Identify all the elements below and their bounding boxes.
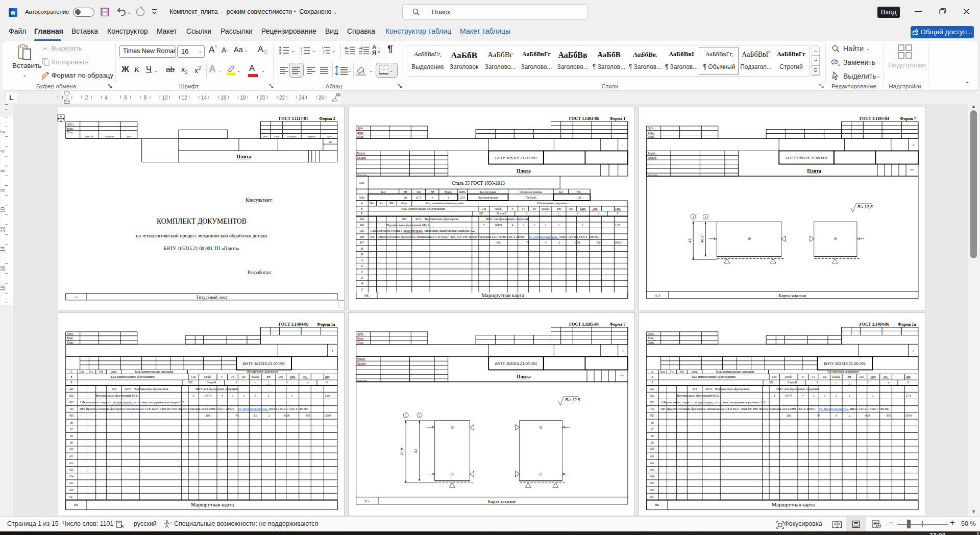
svg-text:1.Фрезеровать торцы с: 1.Фрезеровать торцы с (80, 400, 112, 404)
svg-text:Лист: Лист (274, 135, 279, 138)
svg-text:2: 2 (558, 241, 560, 244)
svg-text:109,9: 109,9 (905, 414, 912, 417)
svg-text:А01: А01 (69, 387, 74, 391)
svg-text:2: 2 (913, 143, 914, 147)
svg-text:1: 1 (448, 196, 449, 199)
svg-text:4: 4 (222, 394, 223, 397)
svg-text:БНТУ 105315.21.00.001: БНТУ 105315.21.00.001 (495, 361, 537, 366)
svg-text:1,16: 1,16 (325, 394, 330, 397)
svg-text:1: 1 (523, 224, 524, 227)
svg-text:Подпись: Подпись (105, 135, 115, 138)
svg-text:ОП: ОП (279, 375, 283, 378)
svg-text:1: 1 (824, 394, 826, 397)
svg-text:24: 24 (299, 95, 305, 101)
svg-text:Б02: Б02 (69, 394, 74, 397)
svg-text:Р: Р (512, 207, 513, 210)
svg-text:010: 010 (69, 448, 74, 451)
svg-text:ОП: ОП (569, 207, 573, 210)
svg-text:Форма 2: Форма 2 (319, 116, 335, 121)
svg-text:ЕН: ЕН (266, 375, 270, 378)
svg-text:3: 3 (301, 52, 303, 55)
svg-text:КР: КР (823, 375, 827, 378)
svg-text:МК: МК (74, 503, 79, 506)
svg-text:РМ: РМ (389, 202, 394, 205)
svg-text:08: 08 (360, 247, 363, 250)
svg-text:Дубл.: Дубл. (357, 332, 363, 335)
svg-text:1: 1 (558, 224, 560, 227)
svg-text:Кшт.: Кшт. (580, 207, 585, 210)
svg-text:010: 010 (620, 374, 624, 377)
svg-text:Код, наименование оборудования: Код, наименование оборудования (401, 207, 445, 210)
svg-text:016: 016 (650, 489, 654, 492)
svg-text:012: 012 (650, 461, 654, 465)
svg-text:2: 2 (705, 215, 706, 218)
svg-text:017: 017 (650, 495, 654, 498)
svg-text:Изменив: Изменив (648, 174, 657, 176)
svg-text:Ra 12,5: Ra 12,5 (565, 397, 580, 402)
svg-text:Уч.: Уч. (379, 202, 383, 205)
svg-text:D или В: D или В (788, 381, 797, 384)
svg-text:ШЦ I-125-0,1 ГОСТ 166-80.: ШЦ I-125-0,1 ГОСТ 166-80. (559, 235, 599, 238)
svg-text:70: 70 (817, 414, 820, 417)
svg-text:09: 09 (70, 441, 73, 444)
svg-text:4: 4 (622, 349, 624, 352)
svg-text:ШЦ I-125-0,1 ГОСТ 166-80.: ШЦ I-125-0,1 ГОСТ 166-80. (850, 407, 890, 410)
svg-text:Р: Р (361, 212, 363, 215)
svg-text:Вертикально-фрезерная: Вертикально-фрезерная (134, 387, 168, 391)
svg-text:Код: Код (381, 190, 386, 193)
svg-text:85; Штангенциркуль,: 85; Штангенциркуль, (528, 235, 558, 238)
svg-text:14: 14 (0, 246, 6, 252)
svg-text:А: А (651, 370, 653, 373)
svg-text:09: 09 (360, 253, 363, 256)
svg-text:1,73: 1,73 (905, 394, 911, 397)
svg-text:Кшт.: Кшт. (870, 375, 876, 378)
svg-text:75х50х45: 75х50х45 (525, 196, 536, 199)
svg-text:Дубл.: Дубл. (67, 123, 73, 126)
svg-text:4: 4 (512, 224, 513, 227)
svg-text:Форма 1а: Форма 1а (317, 322, 335, 327)
svg-text:Р: Р (222, 375, 223, 378)
svg-text:Листовой прокат: Листовой прокат (478, 196, 498, 199)
svg-text:3: 3 (836, 414, 837, 417)
svg-text:3: 3 (193, 394, 194, 397)
svg-text:Кшт.: Кшт. (289, 375, 295, 378)
svg-text:ЕВ: ЕВ (404, 190, 407, 193)
svg-text:Дата: Дата (327, 135, 332, 138)
svg-text:350: 350 (306, 414, 310, 417)
svg-text:45: 45 (236, 414, 239, 417)
svg-text:109,9: 109,9 (324, 414, 331, 417)
svg-text:Титульный лист: Титульный лист (196, 295, 228, 300)
svg-text:Б: Б (361, 207, 362, 210)
svg-text:08: 08 (651, 434, 654, 437)
svg-text:О03: О03 (69, 401, 74, 404)
svg-text:t: t (836, 381, 837, 384)
svg-text:t: t (545, 212, 546, 215)
svg-text:МК: МК (655, 503, 659, 506)
svg-text:заготовки, выдерживая размеры: заготовки, выдерживая размеры 1.2. (134, 400, 185, 404)
svg-text:15: 15 (360, 288, 363, 291)
svg-text:1.Фрезеровать торцы с: 1.Фрезеровать торцы с (660, 400, 693, 404)
svg-text:ТЛ: ТЛ (75, 296, 78, 299)
svg-text:Опер.: Опер. (692, 370, 698, 373)
svg-text:БНТУ 105315.21.00.001: БНТУ 105315.21.00.001 (243, 361, 285, 366)
svg-text:МД: МД (416, 190, 421, 193)
svg-text:1: 1 (545, 224, 547, 227)
svg-text:100: 100 (787, 414, 791, 417)
svg-text:заготовки, выдерживая размеры: заготовки, выдерживая размеры 1.2. (715, 400, 766, 404)
svg-text:Профиль и размеры: Профиль и размеры (520, 190, 542, 193)
svg-text:окончательно,: окончательно, (113, 400, 133, 404)
svg-text:Разраб.: Разраб. (357, 152, 365, 155)
svg-text:08: 08 (70, 434, 73, 437)
svg-text:2: 2 (849, 414, 850, 417)
svg-text:Тпз.: Тпз. (883, 375, 888, 378)
svg-text:Форма 7: Форма 7 (900, 116, 916, 121)
svg-text:4272: 4272 (125, 387, 131, 391)
svg-text:Проф.: Проф. (495, 207, 502, 210)
svg-text:12: 12 (360, 271, 363, 274)
svg-text:005: 005 (402, 217, 407, 221)
svg-text:МК: МК (364, 294, 369, 297)
svg-text:3: 3 (774, 394, 775, 397)
svg-text:КОМПЛЕКТ ДОКУМЕНТОВ: КОМПЛЕКТ ДОКУМЕНТОВ (157, 217, 247, 225)
svg-text:ГОСТ 3.1404-86: ГОСТ 3.1404-86 (860, 322, 889, 327)
svg-text:5: 5 (913, 349, 914, 352)
